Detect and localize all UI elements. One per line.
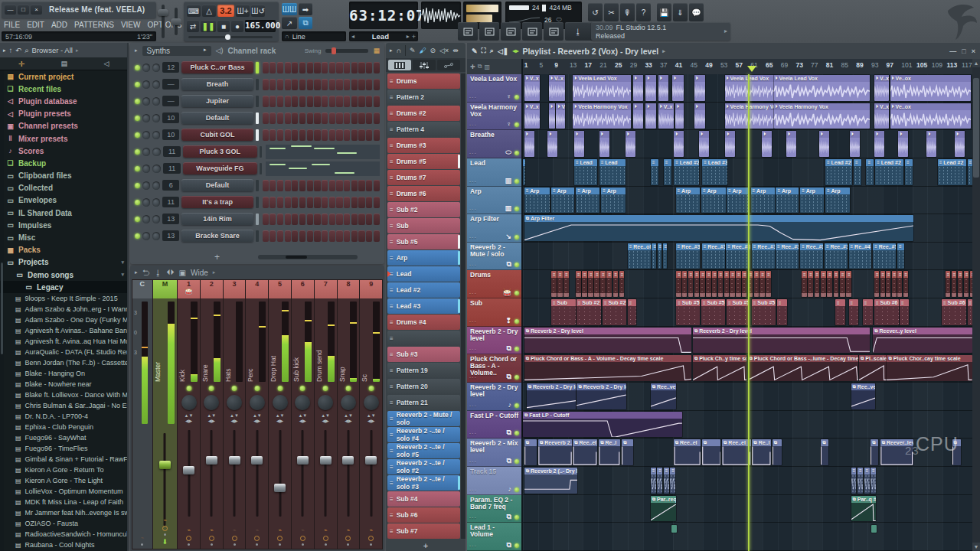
playlist-clip[interactable]: ≡ (652, 243, 655, 269)
menu-item-edit[interactable]: EDIT (27, 21, 44, 29)
step-cell[interactable] (329, 230, 335, 242)
track-options-dots[interactable]: ··· (469, 94, 477, 101)
playlist-clip[interactable]: ⏵ (574, 131, 584, 157)
playlist-clip[interactable]: ≡Ree..olo (628, 243, 651, 269)
channel-selector[interactable] (260, 163, 263, 174)
playlist-clip[interactable]: ≡ (736, 271, 740, 297)
step-cell[interactable] (351, 129, 358, 141)
playlist-clip[interactable]: ≡Ree..#3 (825, 243, 848, 269)
track-options-dots[interactable]: ··· (469, 346, 477, 353)
channel-target-number[interactable]: 13 (162, 230, 179, 241)
step-cell[interactable] (292, 79, 298, 90)
playlist-clip[interactable]: ≡ (946, 271, 951, 297)
mixer-dock-icon[interactable]: ⭳ (155, 269, 162, 277)
oscilloscope[interactable] (421, 2, 461, 29)
channel-enable-led[interactable] (135, 132, 140, 138)
playlist-clip[interactable]: ≡Lead #2 (674, 159, 699, 185)
step-cell[interactable] (292, 180, 298, 191)
step-cell[interactable] (374, 62, 380, 73)
channel-row[interactable]: 11Waveguide FG (132, 161, 383, 176)
step-cell[interactable] (351, 96, 358, 107)
fader-cap[interactable] (297, 456, 309, 465)
pattern-next-icon[interactable]: ▸ (407, 33, 410, 40)
step-cell[interactable] (374, 129, 380, 141)
select-dot[interactable] (370, 543, 372, 546)
step-cell[interactable] (351, 112, 358, 124)
channel-target-number[interactable]: — (162, 96, 179, 106)
view-playlist-icon[interactable] (458, 22, 478, 41)
playlist-clip[interactable] (871, 525, 877, 533)
fader-cap[interactable] (206, 456, 217, 465)
mixer-strip-track-snare[interactable]: 2Snare▲▼◀▶⌁ (201, 280, 223, 549)
select-dot[interactable] (256, 543, 258, 546)
step-cell[interactable] (344, 112, 350, 124)
tab-files-icon[interactable]: ▤ (60, 60, 67, 67)
step-cell[interactable] (314, 180, 320, 191)
playlist-clip[interactable]: ≡ (651, 159, 658, 185)
mixer-strip-track-sub-kick[interactable]: 6Sub kick▲▼◀▶⌁ (292, 280, 314, 549)
channel-enable-led[interactable] (135, 166, 140, 171)
metronome-icon[interactable]: △ (202, 5, 216, 17)
playlist-clip[interactable]: ⧉Reever..y level (873, 328, 972, 354)
playlist-clip[interactable]: ⧉Ree..el (573, 439, 597, 465)
pattern-item-reeverb-2-te-solo-2[interactable]: ≡Reeverb 2 -..te / solo #2 (387, 459, 460, 474)
clock-icon[interactable] (345, 536, 351, 541)
playlist-clip[interactable]: ≡Arp (825, 187, 850, 214)
playlist-clip[interactable]: ≡ (892, 271, 897, 297)
playlist-clip[interactable]: ≡Lead #3 (702, 159, 727, 185)
step-cell[interactable] (299, 79, 305, 90)
channel-name-button[interactable]: Default (181, 112, 253, 124)
playlist-clip[interactable]: ⧉Pluck Chord or Bass -..lume - Decay tim… (748, 355, 858, 381)
pattern-item-sub-6[interactable]: ≡Sub #6 (387, 507, 460, 523)
playlist-clip[interactable]: ≡ (900, 299, 909, 325)
channel-selector[interactable] (256, 180, 259, 191)
playlist-clip[interactable]: ⏵Ve..ox (890, 75, 972, 101)
step-cell[interactable] (344, 197, 350, 208)
playlist-clip[interactable]: ≡ (777, 299, 787, 325)
channel-pan-knob[interactable] (142, 181, 150, 190)
playlist-clip[interactable]: ⏵ (658, 75, 669, 101)
playlist-clip[interactable]: ⧉Reever..level (880, 439, 913, 465)
playlist-clip[interactable]: ⧉ (952, 439, 962, 465)
step-cell[interactable] (374, 112, 380, 124)
track-header-sub[interactable]: Sub···❢ (467, 298, 521, 327)
play-pause-button[interactable]: ❚❚ (201, 20, 216, 32)
playlist-clip[interactable]: ≡Lead #2 (825, 159, 852, 185)
channel-volume-knob[interactable] (152, 131, 160, 139)
step-cell[interactable] (299, 197, 305, 208)
browser-item-impulses[interactable]: ▭Impulses (0, 219, 127, 231)
step-cell[interactable] (366, 230, 372, 242)
channel-target-number[interactable]: 10 (162, 112, 179, 123)
step-cell[interactable] (299, 129, 305, 141)
menu-item-view[interactable]: VIEW (121, 21, 141, 29)
step-cell[interactable] (263, 79, 269, 90)
playlist-clip[interactable]: ≡ (706, 271, 710, 297)
step-cell[interactable] (285, 214, 291, 225)
playlist-clip[interactable]: ⏵V..x (524, 103, 540, 129)
step-cell[interactable] (307, 197, 313, 208)
draw-tool-icon[interactable]: ✎ (410, 47, 416, 54)
playlist-clip[interactable]: ⧉Pluck Chord or Bass - A - Volume - Deca… (524, 355, 691, 381)
browser-item-current-project[interactable]: ▤Current project (0, 70, 127, 83)
strip-led[interactable] (277, 386, 283, 391)
playlist-clip[interactable]: ⏵ (955, 131, 965, 157)
channel-volume-knob[interactable] (152, 148, 161, 156)
channel-name-button[interactable]: Cubit GOL (181, 129, 253, 141)
playlist-clip[interactable]: ≡ (606, 271, 612, 297)
channel-name-button[interactable]: It's a trap (181, 196, 253, 208)
magnet-icon[interactable]: ∩ (397, 47, 401, 54)
step-cell[interactable] (314, 230, 320, 242)
pl-tab-piano-icon[interactable]: ▥ (484, 64, 490, 70)
browser-song-item[interactable]: ▤Ephixa - Club Penguin (0, 422, 127, 432)
mixer-detach-icon[interactable]: ⮌ (142, 269, 150, 277)
browser-item-il-shared-data[interactable]: ▭IL Shared Data (0, 207, 127, 219)
browser-scrollbar[interactable] (0, 70, 4, 551)
playlist-clip[interactable]: ⏵V..x (874, 75, 889, 101)
step-cell[interactable] (299, 214, 305, 225)
collapse-arrow-icon[interactable]: ▾ (121, 259, 124, 266)
delete-tool-icon[interactable]: ⊘ (430, 47, 436, 54)
playlist-clip[interactable]: ≡ (670, 468, 675, 494)
step-cell[interactable] (322, 197, 328, 208)
strip-pan-knob[interactable] (341, 395, 356, 410)
channel-target-number[interactable]: 11 (163, 146, 181, 157)
